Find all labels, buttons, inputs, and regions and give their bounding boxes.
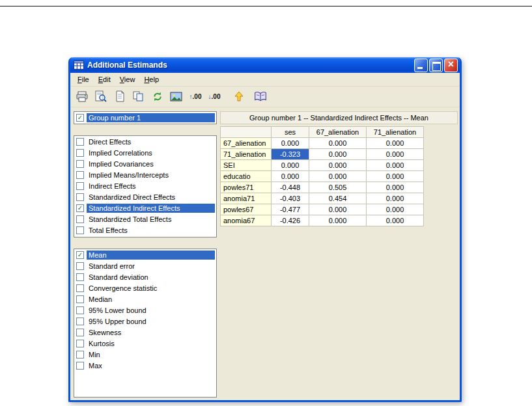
unchecked-checkbox[interactable] (76, 318, 84, 325)
menu-edit[interactable]: Edit (94, 74, 115, 85)
cell-powles67-71-alienation[interactable]: 0.000 (367, 204, 424, 215)
window-title: Additional Estimands (87, 61, 411, 70)
title-bar[interactable]: Additional Estimands (70, 57, 460, 73)
unchecked-checkbox[interactable] (76, 138, 84, 146)
cell-powles71-67-alienation[interactable]: 0.505 (309, 182, 367, 193)
unchecked-checkbox[interactable] (76, 171, 84, 179)
results-table: ses67_alienation71_alienation67_alienati… (220, 126, 424, 226)
unchecked-checkbox[interactable] (76, 262, 84, 270)
cell-71-alienation-ses[interactable]: -0.323 (272, 149, 309, 160)
unchecked-checkbox[interactable] (76, 215, 84, 223)
unchecked-checkbox[interactable] (76, 193, 84, 201)
unchecked-checkbox[interactable] (76, 306, 84, 314)
unchecked-checkbox[interactable] (76, 295, 84, 303)
refresh-icon[interactable] (150, 90, 165, 104)
decrease-decimal-icon[interactable]: ↓.00 (207, 90, 221, 104)
increase-decimal-icon[interactable]: ↑.00 (188, 90, 203, 104)
book-icon[interactable] (253, 90, 268, 104)
estimand-item-indirect-effects[interactable]: Indirect Effects (74, 180, 216, 191)
minimize-button[interactable] (414, 59, 428, 72)
statistic-item-95-upper-bound[interactable]: 95% Upper bound (74, 316, 216, 327)
estimand-item-label: Implied Means/Intercepts (87, 170, 171, 180)
estimand-item-total-effects[interactable]: Total Effects (74, 224, 216, 236)
cell-educatio-ses[interactable]: 0.000 (272, 171, 309, 182)
page-icon[interactable] (113, 90, 127, 104)
cell-anomia67-71-alienation[interactable]: 0.000 (367, 215, 424, 226)
estimand-item-standardized-indirect-effects[interactable]: ✓Standardized Indirect Effects (74, 202, 216, 213)
cell-anomia67-ses[interactable]: -0.426 (272, 215, 309, 226)
statistic-item-max[interactable]: Max (74, 360, 216, 371)
estimand-item-standardized-total-effects[interactable]: Standardized Total Effects (74, 213, 216, 224)
unchecked-checkbox[interactable] (76, 226, 84, 234)
menu-view[interactable]: View (115, 74, 140, 85)
checked-checkbox[interactable]: ✓ (76, 204, 84, 212)
cell-educatio-71-alienation[interactable]: 0.000 (367, 171, 424, 182)
estimand-item-implied-correlations[interactable]: Implied Correlations (74, 147, 216, 158)
cell-71-alienation-67-alienation[interactable]: 0.000 (309, 149, 367, 160)
unchecked-checkbox[interactable] (76, 149, 84, 157)
unchecked-checkbox[interactable] (76, 284, 84, 292)
statistic-item-kurtosis[interactable]: Kurtosis (74, 338, 216, 349)
cell-powles71-71-alienation[interactable]: 0.000 (367, 182, 424, 193)
unchecked-checkbox[interactable] (76, 340, 84, 347)
statistic-item-95-lower-bound[interactable]: 95% Lower bound (74, 304, 216, 316)
statistic-item-mean[interactable]: ✓Mean (74, 249, 216, 260)
cell-sei-ses[interactable]: 0.000 (272, 160, 309, 171)
unchecked-checkbox[interactable] (76, 160, 84, 168)
estimand-item-implied-means-intercepts[interactable]: Implied Means/Intercepts (74, 169, 216, 180)
statistic-item-standard-deviation[interactable]: Standard deviation (74, 271, 216, 282)
checked-checkbox[interactable]: ✓ (76, 114, 84, 122)
cell-67-alienation-ses[interactable]: 0.000 (272, 138, 309, 149)
cell-sei-67-alienation[interactable]: 0.000 (309, 160, 367, 171)
unchecked-checkbox[interactable] (76, 182, 84, 190)
cell-powles71-ses[interactable]: -0.448 (272, 182, 309, 193)
menu-file[interactable]: File (73, 74, 94, 85)
statistic-item-min[interactable]: Min (74, 349, 216, 360)
statistic-item-convergence-statistic[interactable]: Convergence statistic (74, 282, 216, 293)
window-content: ✓Group number 1 Direct EffectsImplied Co… (70, 107, 460, 400)
close-button[interactable] (444, 59, 458, 72)
estimand-item-standardized-direct-effects[interactable]: Standardized Direct Effects (74, 191, 216, 202)
image-icon[interactable] (169, 90, 184, 104)
unchecked-checkbox[interactable] (76, 351, 84, 359)
cell-educatio-67-alienation[interactable]: 0.000 (309, 171, 367, 182)
cell-71-alienation-71-alienation[interactable]: 0.000 (367, 149, 424, 160)
copy-icon[interactable] (132, 90, 146, 104)
cell-anomia71-71-alienation[interactable]: 0.000 (367, 193, 424, 204)
cell-anomia71-67-alienation[interactable]: 0.454 (309, 193, 367, 204)
statistic-item-standard-error[interactable]: Standard error (74, 260, 216, 271)
table-row-educatio: educatio0.0000.0000.000 (221, 171, 424, 182)
estimand-item-implied-covariances[interactable]: Implied Covariances (74, 158, 216, 169)
statistic-item-label: Convergence statistic (87, 284, 159, 293)
up-arrow-icon[interactable] (232, 90, 246, 104)
cell-powles67-ses[interactable]: -0.477 (272, 204, 309, 215)
maximize-button[interactable] (429, 59, 443, 72)
estimand-item-label: Implied Covariances (87, 159, 156, 169)
cell-anomia71-ses[interactable]: -0.403 (272, 193, 309, 204)
unchecked-checkbox[interactable] (76, 273, 84, 281)
row-label-educatio: educatio (221, 171, 272, 182)
statistic-item-label: 95% Lower bound (87, 306, 148, 315)
statistic-item-label: Kurtosis (87, 339, 117, 348)
table-row-powles67: powles67-0.4770.0000.000 (221, 204, 424, 215)
cell-anomia67-67-alienation[interactable]: 0.000 (309, 215, 367, 226)
print-icon[interactable] (75, 90, 89, 104)
cell-67-alienation-67-alienation[interactable]: 0.000 (309, 138, 367, 149)
estimand-item-label: Indirect Effects (87, 182, 138, 191)
preview-icon[interactable] (94, 90, 108, 104)
estimand-item-label: Total Effects (87, 226, 130, 235)
cell-67-alienation-71-alienation[interactable]: 0.000 (367, 138, 424, 149)
statistic-item-median[interactable]: Median (74, 293, 216, 304)
checked-checkbox[interactable]: ✓ (76, 251, 84, 259)
menu-help[interactable]: Help (139, 74, 163, 85)
unchecked-checkbox[interactable] (76, 362, 84, 370)
statistic-item-skewness[interactable]: Skewness (74, 327, 216, 338)
estimand-item-direct-effects[interactable]: Direct Effects (74, 136, 216, 147)
unchecked-checkbox[interactable] (76, 329, 84, 336)
options-panel: ✓Group number 1 Direct EffectsImplied Co… (72, 110, 220, 398)
group-item-group-number-1[interactable]: ✓Group number 1 (74, 112, 216, 123)
cell-sei-71-alienation[interactable]: 0.000 (367, 160, 424, 171)
cell-powles67-67-alienation[interactable]: 0.000 (309, 204, 367, 215)
row-label-anomia71: anomia71 (221, 193, 272, 204)
table-row-anomia67: anomia67-0.4260.0000.000 (221, 215, 424, 226)
